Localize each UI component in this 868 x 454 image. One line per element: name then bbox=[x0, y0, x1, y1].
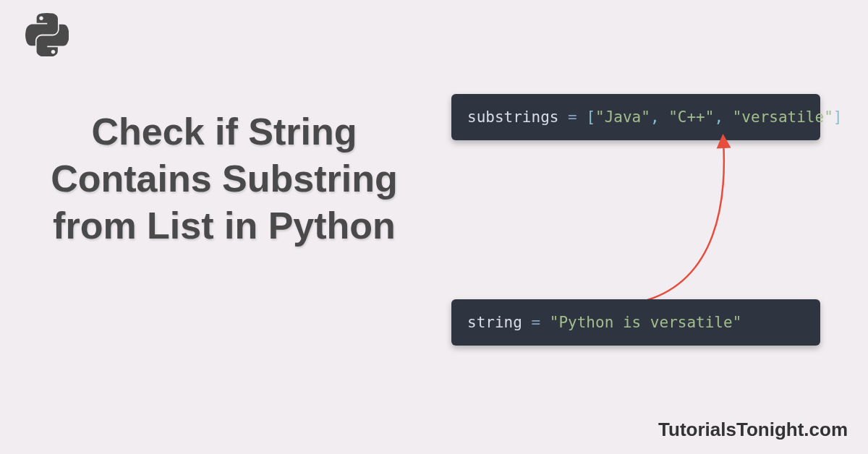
code-bracket-close: ] bbox=[833, 108, 843, 126]
python-logo-icon bbox=[25, 13, 69, 56]
footer-brand: TutorialsTonight.com bbox=[658, 419, 848, 441]
code-comma-2: , bbox=[714, 108, 732, 126]
code-block-string: string = "Python is versatile" bbox=[451, 299, 820, 346]
code-str-val: "Python is versatile" bbox=[550, 314, 742, 331]
code-eq-2: = bbox=[522, 314, 550, 331]
code-bracket-open: [ bbox=[586, 108, 595, 126]
code-comma-1: , bbox=[650, 108, 668, 126]
arrow-connector bbox=[622, 137, 781, 304]
code-str-1: "Java" bbox=[595, 108, 650, 126]
code-var-2: string bbox=[467, 314, 522, 331]
page-title: Check if String Contains Substring from … bbox=[29, 108, 420, 249]
code-str-3: "versatile" bbox=[733, 108, 833, 126]
code-str-2: "C++" bbox=[668, 108, 714, 126]
code-eq: = bbox=[558, 108, 586, 126]
code-block-substrings: substrings = ["Java", "C++", "versatile"… bbox=[451, 94, 820, 140]
code-var: substrings bbox=[467, 108, 558, 126]
